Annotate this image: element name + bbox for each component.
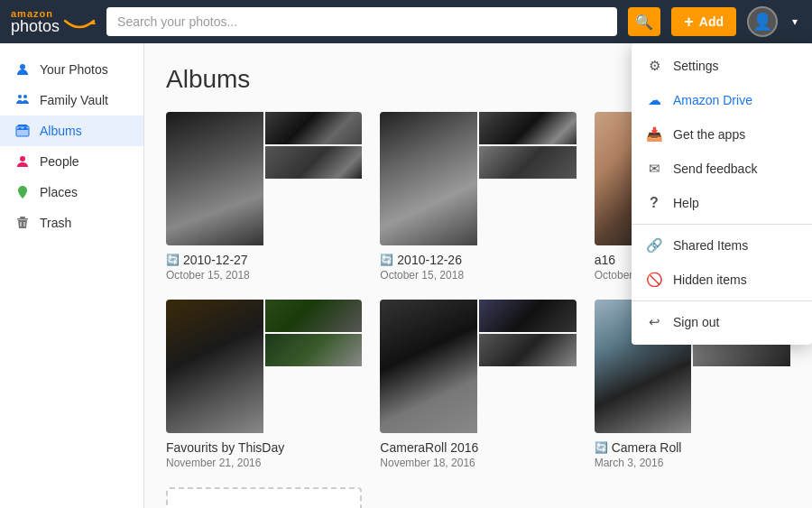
- logo-smile-icon: [63, 14, 96, 37]
- album-name: Favourits by ThisDay: [166, 440, 362, 455]
- menu-label-amazon-drive: Amazon Drive: [673, 93, 752, 107]
- add-button-label: Add: [699, 14, 724, 29]
- menu-label-hidden-items: Hidden items: [673, 272, 747, 287]
- menu-item-help[interactable]: ? Help: [632, 186, 812, 220]
- plus-icon: +: [684, 14, 694, 30]
- svg-rect-4: [16, 126, 29, 136]
- person-icon: [14, 61, 31, 78]
- album-name: CameraRoll 2016: [380, 440, 576, 455]
- menu-item-get-apps[interactable]: 📥 Get the apps: [632, 117, 812, 152]
- search-input[interactable]: [106, 7, 617, 36]
- album-card-favourits[interactable]: Favourits by ThisDay November 21, 2016: [166, 300, 362, 469]
- add-button[interactable]: + Add: [671, 7, 736, 36]
- menu-label-get-apps: Get the apps: [673, 127, 745, 142]
- sidebar-item-trash[interactable]: Trash: [0, 208, 143, 238]
- dropdown-menu: ⚙ Settings ☁ Amazon Drive 📥 Get the apps…: [632, 43, 812, 345]
- svg-point-2: [18, 95, 22, 98]
- amazon-drive-icon: ☁: [646, 92, 662, 108]
- sidebar-item-places[interactable]: Places: [0, 177, 143, 208]
- sidebar-item-people[interactable]: People: [0, 146, 143, 177]
- thumb-top-right: [479, 300, 577, 332]
- album-name-text: Favourits by ThisDay: [166, 440, 284, 455]
- album-card-cameraroll2016[interactable]: CameraRoll 2016 November 18, 2016: [380, 300, 576, 469]
- sidebar-label-places: Places: [40, 185, 78, 199]
- menu-label-shared-items: Shared Items: [673, 238, 748, 253]
- menu-item-hidden-items[interactable]: 🚫 Hidden items: [632, 263, 812, 297]
- album-name-text: CameraRoll 2016: [380, 440, 478, 455]
- page-title: Albums: [166, 65, 250, 94]
- app-header: amazon photos 🔍 + Add 👤 ▾ ⚙ Settings ☁ A…: [0, 0, 812, 43]
- album-info: 🔄 Camera Roll March 3, 2016: [595, 440, 790, 469]
- albums-icon: [14, 123, 31, 139]
- sync-icon: 🔄: [380, 254, 393, 266]
- sidebar-label-your-photos: Your Photos: [40, 62, 108, 77]
- menu-item-send-feedback[interactable]: ✉ Send feedback: [632, 152, 812, 186]
- sidebar: Your Photos Family Vault Albums People P…: [0, 43, 144, 508]
- menu-label-help: Help: [673, 196, 699, 210]
- svg-point-1: [20, 64, 25, 69]
- trash-icon: [14, 215, 31, 231]
- thumb-main: [380, 112, 477, 245]
- thumb-sub: [265, 300, 363, 366]
- thumb-bot-right: [265, 146, 363, 179]
- menu-item-amazon-drive[interactable]: ☁ Amazon Drive: [632, 83, 812, 117]
- album-info: 🔄 2010-12-26 October 15, 2018: [380, 253, 576, 282]
- svg-rect-11: [17, 218, 28, 220]
- shared-items-icon: 🔗: [646, 237, 662, 254]
- album-name-text: Camera Roll: [612, 440, 682, 455]
- sync-icon: 🔄: [595, 441, 608, 454]
- help-icon: ?: [646, 195, 662, 211]
- album-card-2010-12-27[interactable]: 🔄 2010-12-27 October 15, 2018: [166, 112, 362, 282]
- thumb-top-right: [265, 112, 363, 144]
- avatar-icon: 👤: [752, 12, 772, 32]
- sidebar-item-family-vault[interactable]: Family Vault: [0, 85, 143, 115]
- album-info: 🔄 2010-12-27 October 15, 2018: [166, 253, 362, 282]
- svg-point-3: [23, 95, 27, 98]
- menu-item-sign-out[interactable]: ↩ Sign out: [632, 305, 812, 339]
- thumb-top-right: [265, 300, 363, 332]
- sign-out-icon: ↩: [646, 314, 662, 330]
- menu-divider: [632, 224, 812, 225]
- family-icon: [14, 92, 31, 108]
- people-icon: [14, 153, 31, 170]
- album-info: CameraRoll 2016 November 18, 2016: [380, 440, 576, 469]
- album-card-new[interactable]: 📷: [166, 487, 362, 508]
- thumb-top-right: [479, 112, 577, 144]
- sidebar-item-albums[interactable]: Albums: [0, 115, 143, 146]
- hidden-items-icon: 🚫: [646, 272, 662, 288]
- thumb-bot-right: [479, 146, 577, 179]
- thumb-main: [166, 112, 263, 245]
- sidebar-item-your-photos[interactable]: Your Photos: [0, 54, 143, 85]
- sidebar-label-family-vault: Family Vault: [40, 93, 108, 107]
- logo-photos-text: photos: [11, 17, 60, 36]
- album-name-text: a16: [595, 253, 615, 267]
- dropdown-toggle[interactable]: ▾: [789, 12, 801, 32]
- thumb-sub: [479, 300, 577, 366]
- menu-item-shared-items[interactable]: 🔗 Shared Items: [632, 228, 812, 263]
- thumb-main: [166, 300, 263, 433]
- places-icon: [14, 184, 31, 200]
- search-button[interactable]: 🔍: [628, 7, 660, 36]
- menu-label-settings: Settings: [673, 59, 719, 73]
- new-album-area[interactable]: 📷: [166, 487, 362, 508]
- thumb-bot-right: [265, 334, 363, 366]
- album-date: March 3, 2016: [595, 457, 790, 469]
- send-feedback-icon: ✉: [646, 161, 662, 177]
- logo: amazon photos: [11, 6, 96, 37]
- album-card-2010-12-26[interactable]: 🔄 2010-12-26 October 15, 2018: [380, 112, 576, 282]
- album-name: 🔄 2010-12-26: [380, 253, 576, 267]
- avatar[interactable]: 👤: [747, 6, 778, 37]
- thumb-sub: [265, 112, 363, 179]
- thumb-bot-right: [479, 334, 577, 366]
- menu-item-settings[interactable]: ⚙ Settings: [632, 49, 812, 83]
- album-name: 🔄 2010-12-27: [166, 253, 362, 267]
- sidebar-label-trash: Trash: [40, 216, 71, 230]
- album-name-text: 2010-12-27: [183, 253, 248, 267]
- svg-point-8: [20, 156, 25, 162]
- album-name: 🔄 Camera Roll: [595, 440, 790, 455]
- album-date: November 21, 2016: [166, 457, 362, 469]
- album-date: October 15, 2018: [166, 269, 362, 282]
- svg-rect-10: [20, 217, 25, 218]
- menu-divider-2: [632, 300, 812, 301]
- menu-label-send-feedback: Send feedback: [673, 162, 757, 176]
